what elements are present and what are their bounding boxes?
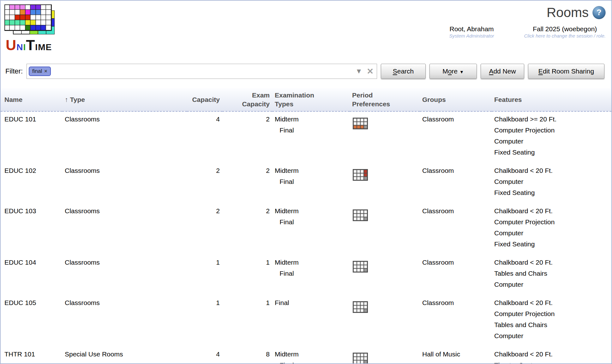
table-header-row: Name ↑Type Capacity ExamCapacity Examina… (1, 88, 611, 111)
room-groups: Classroom (420, 255, 492, 295)
room-features: Chalkboard < 20 Ft.Theater SeatsAudio Re… (492, 347, 611, 364)
logo-letter: U (6, 37, 16, 53)
col-header-examination-types[interactable]: ExaminationTypes (272, 88, 350, 111)
room-name: THTR 101 (1, 347, 62, 364)
room-type: Classrooms (62, 295, 187, 347)
room-exam-capacity: 2 (222, 111, 272, 163)
room-exam-capacity: 2 (222, 163, 272, 203)
room-features: Chalkboard < 20 Ft.Computer ProjectionCo… (492, 203, 611, 255)
room-exam-types: MidtermFinal (272, 111, 350, 163)
table-row[interactable]: EDUC 102 Classrooms 2 2 MidtermFinal Cla… (1, 163, 611, 203)
help-icon[interactable]: ? (592, 6, 606, 19)
filter-bar: Filter: final × ▼ ✕ Search More▼ Add New… (1, 64, 611, 79)
unitime-wordmark: UNITIME (6, 37, 93, 54)
room-name: EDUC 105 (1, 295, 62, 347)
session-name: Fall 2025 (woebegon) (524, 25, 606, 33)
period-preference-grid-icon (353, 209, 368, 221)
rooms-table: Name ↑Type Capacity ExamCapacity Examina… (1, 88, 611, 364)
unitime-logo[interactable]: UNITIME (4, 4, 93, 54)
table-row[interactable]: EDUC 101 Classrooms 4 2 MidtermFinal Cla… (1, 111, 611, 163)
period-preference-grid-icon (353, 169, 368, 181)
room-groups: Hall of Music (420, 347, 492, 364)
col-header-name[interactable]: Name (1, 88, 62, 111)
room-features: Chalkboard >= 20 Ft.Computer ProjectionC… (492, 111, 611, 163)
more-button[interactable]: More▼ (429, 64, 477, 79)
room-type: Classrooms (62, 163, 187, 203)
period-preference-grid-icon (353, 301, 368, 313)
room-groups: Classroom (420, 163, 492, 203)
room-exam-capacity: 1 (222, 255, 272, 295)
edit-room-sharing-button[interactable]: Edit Room Sharing (528, 64, 604, 79)
user-role: System Administrator (449, 33, 494, 38)
filter-dropdown-icon[interactable]: ▼ (355, 67, 362, 75)
col-header-features[interactable]: Features (492, 88, 611, 111)
room-features: Chalkboard < 20 Ft.ComputerFixed Seating (492, 163, 611, 203)
col-header-groups[interactable]: Groups (420, 88, 492, 111)
session-change-link[interactable]: Click here to change the session / role. (524, 33, 606, 38)
room-name: EDUC 103 (1, 203, 62, 255)
filter-chip-text: final (32, 68, 42, 74)
rooms-table-body: EDUC 101 Classrooms 4 2 MidtermFinal Cla… (1, 111, 611, 364)
add-new-button[interactable]: Add New (481, 64, 524, 79)
filter-chip-final[interactable]: final × (29, 67, 51, 76)
room-type: Classrooms (62, 255, 187, 295)
logo-letter: IME (35, 42, 52, 52)
col-header-type[interactable]: ↑Type (62, 88, 187, 111)
room-exam-types: MidtermFinal (272, 347, 350, 364)
room-capacity: 4 (187, 111, 222, 163)
col-header-capacity[interactable]: Capacity (187, 88, 222, 111)
room-period-preferences (350, 295, 420, 347)
room-capacity: 1 (187, 295, 222, 347)
table-row[interactable]: EDUC 104 Classrooms 1 1 MidtermFinal Cla… (1, 255, 611, 295)
page-title: Rooms (547, 5, 589, 20)
room-exam-capacity: 2 (222, 203, 272, 255)
room-period-preferences (350, 203, 420, 255)
unitime-logo-icon (4, 4, 55, 35)
period-preference-grid-icon (353, 118, 368, 129)
logo-letter: I (23, 42, 26, 52)
period-preference-grid-icon (353, 261, 368, 273)
search-button[interactable]: Search (381, 64, 426, 79)
room-period-preferences (350, 347, 420, 364)
room-exam-capacity: 8 (222, 347, 272, 364)
sort-ascending-icon: ↑ (65, 96, 68, 103)
room-capacity: 4 (187, 347, 222, 364)
logo-letter: T (26, 37, 35, 53)
room-period-preferences (350, 163, 420, 203)
room-capacity: 2 (187, 163, 222, 203)
room-period-preferences (350, 111, 420, 163)
room-type: Classrooms (62, 203, 187, 255)
col-header-exam-capacity[interactable]: ExamCapacity (222, 88, 272, 111)
room-capacity: 2 (187, 203, 222, 255)
logo-letter: N (16, 42, 23, 52)
room-exam-types: Final (272, 295, 350, 347)
filter-label: Filter: (5, 67, 23, 75)
chevron-down-icon: ▼ (459, 69, 464, 74)
room-name: EDUC 104 (1, 255, 62, 295)
room-name: EDUC 101 (1, 111, 62, 163)
user-name: Root, Abraham (449, 25, 494, 33)
room-exam-types: MidtermFinal (272, 203, 350, 255)
chip-remove-icon[interactable]: × (44, 68, 47, 74)
session-selector[interactable]: Fall 2025 (woebegon) Click here to chang… (524, 25, 606, 38)
filter-input[interactable]: final × ▼ ✕ (27, 64, 377, 79)
room-type: Special Use Rooms (62, 347, 187, 364)
room-exam-types: MidtermFinal (272, 255, 350, 295)
room-period-preferences (350, 255, 420, 295)
filter-clear-icon[interactable]: ✕ (367, 67, 374, 76)
room-type: Classrooms (62, 111, 187, 163)
table-row[interactable]: EDUC 105 Classrooms 1 1 Final Classroom … (1, 295, 611, 347)
room-groups: Classroom (420, 111, 492, 163)
room-exam-types: MidtermFinal (272, 163, 350, 203)
room-groups: Classroom (420, 295, 492, 347)
room-groups: Classroom (420, 203, 492, 255)
period-preference-grid-icon (353, 353, 368, 364)
table-row[interactable]: THTR 101 Special Use Rooms 4 8 MidtermFi… (1, 347, 611, 364)
room-exam-capacity: 1 (222, 295, 272, 347)
col-header-period-preferences[interactable]: PeriodPreferences (350, 88, 420, 111)
room-features: Chalkboard < 20 Ft.Computer ProjectionTa… (492, 295, 611, 347)
current-user: Root, Abraham System Administrator (449, 25, 494, 38)
room-name: EDUC 102 (1, 163, 62, 203)
room-capacity: 1 (187, 255, 222, 295)
table-row[interactable]: EDUC 103 Classrooms 2 2 MidtermFinal Cla… (1, 203, 611, 255)
